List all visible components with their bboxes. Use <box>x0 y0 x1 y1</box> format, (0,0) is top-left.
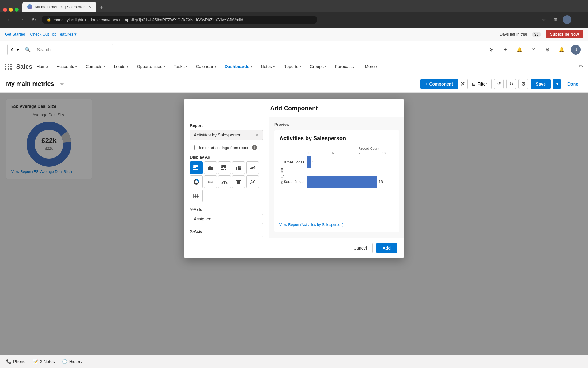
back-button[interactable]: ← <box>5 15 13 24</box>
leads-chevron: ▾ <box>127 65 128 68</box>
xaxis-form-group: X-Axis Record Count <box>190 229 263 238</box>
nav-item-home[interactable]: Home <box>32 58 52 75</box>
get-started-link[interactable]: Get Started <box>5 32 25 36</box>
nav-item-contacts[interactable]: Contacts▾ <box>81 58 109 75</box>
settings-icon[interactable]: ⚙ <box>486 45 496 55</box>
nav-item-tasks[interactable]: Tasks▾ <box>169 58 192 75</box>
search-input[interactable] <box>33 44 113 55</box>
add-button[interactable]: Add <box>376 243 397 253</box>
svg-rect-6 <box>193 169 198 170</box>
nav-item-reports[interactable]: Reports▾ <box>279 58 305 75</box>
x-tick-labels: 0 6 12 18 <box>279 151 394 155</box>
tasks-chevron: ▾ <box>186 65 187 68</box>
display-bar-horizontal-button[interactable] <box>190 161 203 174</box>
yaxis-input[interactable]: Assigned <box>190 214 263 224</box>
user-avatar[interactable]: U <box>571 45 581 55</box>
filter-button[interactable]: ⊟ Filter <box>467 79 492 89</box>
search-scope-select[interactable]: All ▾ <box>8 44 22 55</box>
features-link[interactable]: Check Out Top Features ▾ <box>30 32 76 36</box>
nav-item-opportunities[interactable]: Opportunities▾ <box>133 58 169 75</box>
add-icon[interactable]: + <box>500 45 510 55</box>
display-donut-button[interactable] <box>190 175 203 188</box>
subscribe-button[interactable]: Subscribe Now <box>546 30 583 38</box>
reload-button[interactable]: ↻ <box>29 15 38 24</box>
nav-item-accounts[interactable]: Accounts▾ <box>52 58 81 75</box>
yaxis-form-group: Y-Axis Assigned <box>190 207 263 224</box>
view-report-link[interactable]: View Report (Activities by Salesperson) <box>279 223 394 227</box>
use-chart-settings-label[interactable]: Use chart settings from report <box>197 145 250 150</box>
phone-button[interactable]: 📞 Phone <box>6 359 25 364</box>
help-icon[interactable]: ? <box>529 45 538 55</box>
bookmark-icon[interactable]: ☆ <box>540 15 548 24</box>
add-component-button[interactable]: + Component <box>420 79 458 89</box>
redo-button[interactable]: ↻ <box>506 79 516 89</box>
nav-item-leads[interactable]: Leads▾ <box>109 58 132 75</box>
contacts-chevron: ▾ <box>104 65 105 68</box>
james-bar: 1 <box>307 156 311 168</box>
nav-item-forecasts[interactable]: Forecasts <box>331 58 358 75</box>
apps-grid-button[interactable] <box>5 64 13 70</box>
trial-badge: 30 <box>532 32 541 37</box>
address-bar[interactable]: 🔒 moodjoyinc.lightning.force.com/one/one… <box>42 16 317 24</box>
add-component-modal: Add Component Report Activities by Sales… <box>184 99 404 258</box>
search-container: All ▾ 🔍 <box>7 44 113 55</box>
svg-rect-8 <box>209 166 211 170</box>
display-bar-vertical-button[interactable] <box>204 161 217 174</box>
cancel-button[interactable]: Cancel <box>348 243 373 253</box>
done-button[interactable]: Done <box>564 79 582 89</box>
x-axis-title: Record Count <box>358 147 379 150</box>
svg-point-27 <box>254 180 255 181</box>
display-funnel-button[interactable] <box>232 175 245 188</box>
report-clear-icon[interactable]: ✕ <box>255 132 259 137</box>
gear-icon[interactable]: ⚙ <box>543 45 552 55</box>
notification-icon[interactable]: 🔔 <box>514 45 524 55</box>
nav-item-notes[interactable]: Notes▾ <box>256 58 279 75</box>
james-value: 1 <box>311 160 314 164</box>
dashboard-edit-icon[interactable]: ✏ <box>60 81 64 87</box>
display-gauge-button[interactable] <box>218 175 231 188</box>
forward-button[interactable]: → <box>17 15 26 24</box>
sarah-label: Sarah Jonas <box>279 180 304 184</box>
browser-menu-icon[interactable]: ⋮ <box>575 15 583 24</box>
alerts-icon[interactable]: 🔔 <box>557 45 567 55</box>
display-scatter-button[interactable] <box>246 175 259 188</box>
display-line-button[interactable] <box>246 161 259 174</box>
nav-item-calendar[interactable]: Calendar▾ <box>192 58 221 75</box>
nav-item-groups[interactable]: Groups▾ <box>305 58 331 75</box>
notes-button[interactable]: 📝 2 Notes <box>33 359 55 364</box>
display-stacked-v-button[interactable] <box>232 161 245 174</box>
extensions-icon[interactable]: ⊞ <box>551 15 560 24</box>
save-dropdown-button[interactable]: ▾ <box>553 79 561 89</box>
maximize-traffic-light[interactable] <box>15 8 19 12</box>
display-stacked-h-button[interactable] <box>218 161 231 174</box>
undo-button[interactable]: ↺ <box>494 79 504 89</box>
save-button[interactable]: Save <box>531 79 551 89</box>
report-input[interactable]: Activities by Salesperson ✕ <box>190 130 263 140</box>
use-chart-settings-checkbox[interactable] <box>190 145 195 150</box>
settings-button[interactable]: ⚙ <box>518 79 528 89</box>
apps-grid-icon <box>5 64 13 70</box>
reports-chevron: ▾ <box>300 65 301 68</box>
nav-edit-icon[interactable]: ✏ <box>579 63 583 70</box>
tab-close-icon[interactable]: ✕ <box>88 5 91 9</box>
nav-item-dashboards[interactable]: Dashboards▾ <box>221 58 257 75</box>
nav-item-more[interactable]: More▾ <box>360 58 382 75</box>
tab-title: My main metrics | Salesforce <box>35 5 86 9</box>
display-numeric-button[interactable]: 123 <box>204 175 217 188</box>
svg-rect-20 <box>239 167 241 170</box>
filter-icon: ⊟ <box>472 82 476 86</box>
minimize-traffic-light[interactable] <box>9 8 13 12</box>
xaxis-input[interactable]: Record Count <box>190 236 263 238</box>
account-icon[interactable]: I <box>563 15 571 24</box>
display-table-button[interactable] <box>190 190 203 202</box>
chart-rows: Assigned James Jonas 1 <box>279 155 394 196</box>
opps-chevron: ▾ <box>164 65 165 68</box>
history-button[interactable]: 🕐 History <box>62 359 83 364</box>
groups-chevron: ▾ <box>325 65 326 68</box>
close-edit-button[interactable]: ✕ <box>460 81 465 87</box>
active-browser-tab[interactable]: My main metrics | Salesforce ✕ <box>22 2 96 12</box>
new-tab-button[interactable]: + <box>97 3 106 12</box>
svg-point-25 <box>251 182 253 183</box>
close-traffic-light[interactable] <box>3 8 7 12</box>
info-icon[interactable]: i <box>252 145 257 150</box>
